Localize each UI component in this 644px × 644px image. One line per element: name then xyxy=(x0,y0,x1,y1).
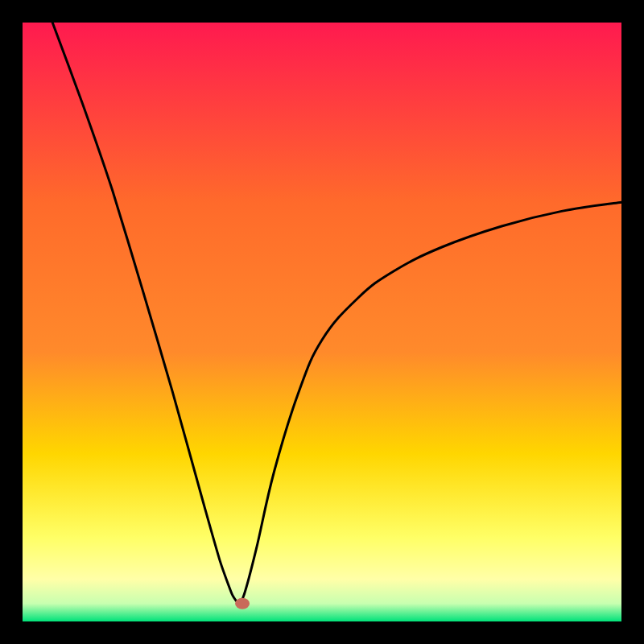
curve-minimum-marker xyxy=(235,598,250,609)
chart-stage: TheBottleneck.com xyxy=(0,0,644,644)
bottleneck-chart xyxy=(0,0,644,644)
chart-plot-area xyxy=(23,23,621,621)
